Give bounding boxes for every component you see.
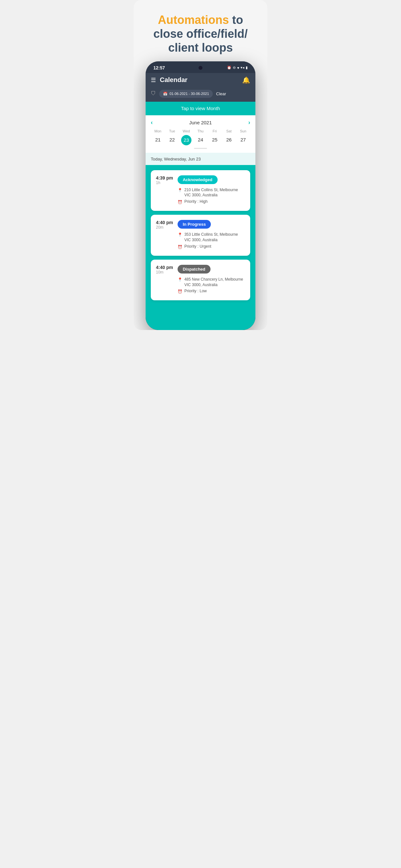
event-address-row-3: 📍 485 New Chancery Ln, Melbourne VIC 300… xyxy=(178,277,245,288)
day-header-sun: Sun xyxy=(236,129,250,133)
event-details-3: Dispatched 📍 485 New Chancery Ln, Melbou… xyxy=(178,265,245,296)
filter-icon[interactable]: ⛉ xyxy=(151,91,156,97)
calendar-icon: 📅 xyxy=(163,92,167,96)
today-label: Today, Wednesday, Jun 23 xyxy=(151,157,201,161)
app-header: ☰ Calendar 🔔 xyxy=(146,73,255,87)
calendar-day-21[interactable]: 21 xyxy=(151,135,165,145)
status-badge-3: Dispatched xyxy=(178,265,211,274)
date-range-text: 01-06-2021 - 30-06-2021 xyxy=(169,92,209,96)
event-duration-2: 20m xyxy=(156,225,173,229)
day-header-sat: Sat xyxy=(222,129,236,133)
calendar-day-22[interactable]: 22 xyxy=(165,135,179,145)
title-accent: Automations xyxy=(158,13,229,27)
status-icons: ⏰ ⊖ ♥ ▾◂ ▮ xyxy=(227,66,248,70)
day-header-tue: Tue xyxy=(165,129,179,133)
day-header-wed: Wed xyxy=(179,129,193,133)
priority-icon-3: ⏰ xyxy=(178,289,182,294)
event-address-2: 353 Little Collins St, Melbourne VIC 300… xyxy=(184,232,245,243)
clear-button[interactable]: Clear xyxy=(216,91,226,96)
calendar-days-row: 21 22 23 24 25 26 27 xyxy=(151,135,250,145)
event-address-1: 210 Little Collins St, Melbourne VIC 300… xyxy=(184,187,245,198)
bell-icon[interactable]: 🔔 xyxy=(242,76,250,84)
app-title: Calendar xyxy=(160,76,188,84)
event-address-row-2: 📍 353 Little Collins St, Melbourne VIC 3… xyxy=(178,232,245,243)
hamburger-icon[interactable]: ☰ xyxy=(151,76,156,84)
calendar-day-23[interactable]: 23 xyxy=(181,135,191,145)
event-priority-row-2: ⏰ Priority : Urgent xyxy=(178,244,245,249)
event-duration-1: 1h xyxy=(156,181,173,185)
event-time-1: 4:39 pm xyxy=(156,175,173,181)
tap-month-bar[interactable]: Tap to view Month xyxy=(146,102,255,115)
event-priority-row-3: ⏰ Priority : Low xyxy=(178,289,245,294)
camera-notch xyxy=(198,66,203,70)
event-card-1[interactable]: 4:39 pm 1h Acknowledged 📍 210 Little Col… xyxy=(151,170,250,211)
calendar-day-27[interactable]: 27 xyxy=(236,135,250,145)
event-details-2: In Progress 📍 353 Little Collins St, Mel… xyxy=(178,220,245,251)
phone-mockup: 12:57 ⏰ ⊖ ♥ ▾◂ ▮ ☰ Calendar 🔔 xyxy=(146,61,255,330)
tap-month-text: Tap to view Month xyxy=(181,105,220,111)
app-header-left: ☰ Calendar xyxy=(151,76,188,84)
calendar-month-title: June 2021 xyxy=(189,120,212,125)
event-details-1: Acknowledged 📍 210 Little Collins St, Me… xyxy=(178,175,245,206)
event-time-col-1: 4:39 pm 1h xyxy=(156,175,173,206)
status-badge-1: Acknowledged xyxy=(178,175,218,184)
page-title: Automations to close office/field/ clien… xyxy=(142,13,259,55)
status-badge-2: In Progress xyxy=(178,220,211,228)
calendar-day-26[interactable]: 26 xyxy=(222,135,236,145)
event-time-2: 4:40 pm xyxy=(156,220,173,225)
day-header-fri: Fri xyxy=(208,129,222,133)
status-time: 12:57 xyxy=(153,65,165,70)
event-priority-1: Priority : High xyxy=(184,199,208,204)
day-header-thu: Thu xyxy=(193,129,208,133)
event-card-2[interactable]: 4:40 pm 20m In Progress 📍 353 Little Col… xyxy=(151,215,250,256)
event-time-col-2: 4:40 pm 20m xyxy=(156,220,173,251)
calendar-section: ‹ June 2021 › Mon Tue Wed Thu Fri Sat Su… xyxy=(146,115,255,153)
event-duration-3: 10m xyxy=(156,270,173,275)
phone-container: 12:57 ⏰ ⊖ ♥ ▾◂ ▮ ☰ Calendar 🔔 xyxy=(134,61,267,330)
calendar-day-24[interactable]: 24 xyxy=(193,135,208,145)
calendar-header-row: Mon Tue Wed Thu Fri Sat Sun xyxy=(151,129,250,133)
event-address-3: 485 New Chancery Ln, Melbourne VIC 3000,… xyxy=(184,277,245,288)
event-priority-3: Priority : Low xyxy=(184,289,207,293)
date-picker[interactable]: 📅 01-06-2021 - 30-06-2021 xyxy=(159,90,213,98)
page-wrapper: Automations to close office/field/ clien… xyxy=(134,0,267,330)
calendar-divider xyxy=(194,148,207,149)
status-bar: 12:57 ⏰ ⊖ ♥ ▾◂ ▮ xyxy=(146,61,255,73)
next-month-button[interactable]: › xyxy=(248,119,250,126)
priority-icon-2: ⏰ xyxy=(178,245,182,249)
day-header-mon: Mon xyxy=(151,129,165,133)
prev-month-button[interactable]: ‹ xyxy=(151,119,153,126)
calendar-nav: ‹ June 2021 › xyxy=(151,119,250,126)
filter-bar: ⛉ 📅 01-06-2021 - 30-06-2021 Clear xyxy=(146,87,255,102)
calendar-day-25[interactable]: 25 xyxy=(208,135,222,145)
event-priority-2: Priority : Urgent xyxy=(184,244,211,249)
event-priority-row-1: ⏰ Priority : High xyxy=(178,199,245,205)
event-address-row-1: 📍 210 Little Collins St, Melbourne VIC 3… xyxy=(178,187,245,198)
location-icon-3: 📍 xyxy=(178,277,182,282)
event-time-col-3: 4:40 pm 10m xyxy=(156,265,173,296)
teal-section: 4:39 pm 1h Acknowledged 📍 210 Little Col… xyxy=(146,165,255,330)
event-time-3: 4:40 pm xyxy=(156,265,173,270)
event-card-3[interactable]: 4:40 pm 10m Dispatched 📍 485 New Chancer… xyxy=(151,259,250,301)
location-icon-2: 📍 xyxy=(178,232,182,237)
location-icon-1: 📍 xyxy=(178,188,182,192)
priority-icon-1: ⏰ xyxy=(178,200,182,205)
calendar-grid: Mon Tue Wed Thu Fri Sat Sun 21 22 23 24 … xyxy=(151,129,250,145)
header-section: Automations to close office/field/ clien… xyxy=(134,0,267,61)
today-bar: Today, Wednesday, Jun 23 xyxy=(146,153,255,165)
